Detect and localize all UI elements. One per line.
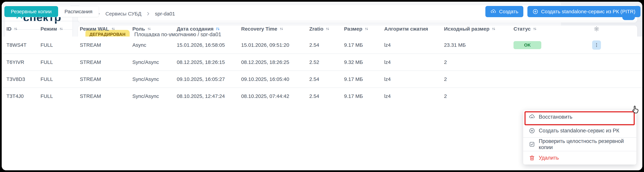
table-row: T3T4J0 FULL STREAM Sync/Async 08.10.2025… [2, 88, 642, 105]
sort-icon [59, 27, 64, 31]
cell-wal: STREAM [80, 42, 132, 48]
menu-item-verify-integrity[interactable]: Проверить целостность резервной копии [523, 137, 636, 151]
cell-mode: FULL [40, 42, 80, 48]
menu-item-restore[interactable]: Восстановить [523, 110, 636, 124]
cell-role: Sync/Async [132, 93, 177, 99]
column-header-wal-mode[interactable]: Режим WAL [80, 26, 132, 32]
plus-circle-icon [529, 128, 535, 134]
column-header-role[interactable]: Роль [132, 26, 177, 32]
cell-zratio: 2.52 [309, 59, 344, 65]
cell-recovery: 08.12.2025, 18:26:25 [241, 59, 309, 65]
cell-zratio: 2.54 [309, 76, 344, 82]
cloud-restore-icon [529, 114, 535, 120]
sort-icon [14, 27, 18, 31]
table-header: ID Режим Режим WAL Роль Дата создания Re… [2, 21, 642, 37]
sort-icon [492, 27, 496, 31]
cell-recovery: 08.10.2025, 07:44:42 [241, 93, 309, 99]
backups-toolbar: Резервные копии Расписания Создать Созда… [4, 6, 640, 17]
plus-circle-icon [532, 9, 538, 15]
segment-backups[interactable]: Резервные копии [4, 6, 58, 17]
column-header-status[interactable]: Статус [514, 26, 551, 32]
cell-id: T3V8D3 [6, 76, 40, 82]
cell-algo: lz4 [384, 76, 444, 82]
sort-icon [326, 27, 330, 31]
sort-icon [279, 27, 284, 31]
cell-id: T8WS4T [6, 42, 40, 48]
status-badge-ok: OK [514, 41, 541, 49]
view-segmented-control: Резервные копии Расписания [4, 6, 99, 17]
cloud-upload-icon [490, 9, 496, 15]
cell-wal: STREAM [80, 93, 132, 99]
cell-created: 08.12.2025, 18:26:15 [177, 59, 241, 65]
table-row: T6YIVR FULL STREAM Sync/Async 08.12.2025… [2, 54, 642, 70]
cell-id: T3T4J0 [6, 93, 40, 99]
cell-recovery: 09.10.2025, 16:05:40 [241, 76, 309, 82]
create-standalone-pitr-button[interactable]: Создать standalone-сервис из РК (PITR) [528, 6, 640, 17]
cell-mode: FULL [40, 59, 80, 65]
table-settings-button[interactable] [551, 26, 642, 32]
cell-mode: FULL [40, 76, 80, 82]
cell-created: 09.10.2025, 16:05:27 [177, 76, 241, 82]
cell-role: Sync/Async [132, 76, 177, 82]
sort-icon [364, 27, 369, 31]
cell-size: 9.17 МБ [344, 93, 384, 99]
mouse-cursor-pointer [631, 105, 640, 114]
row-actions-kebab-button[interactable] [592, 40, 601, 50]
gear-icon [594, 26, 600, 32]
cell-role: Sync/Async [132, 59, 177, 65]
segment-schedules[interactable]: Расписания [58, 6, 99, 17]
cell-algo: lz4 [384, 42, 444, 48]
cell-algo: lz4 [384, 93, 444, 99]
sort-desc-active-icon [216, 27, 220, 31]
column-header-compression: Алгоритм сжатия [384, 26, 444, 32]
row-actions-menu: Восстановить Создать standalone-сервис и… [523, 110, 636, 164]
column-header-mode[interactable]: Режим [40, 26, 80, 32]
cell-mode: FULL [40, 93, 80, 99]
cell-wal: STREAM [80, 76, 132, 82]
cell-recovery: 15.01.2026, 09:51:20 [241, 42, 309, 48]
cell-role: Async [132, 42, 177, 48]
backups-panel: Резервные копии Расписания Создать Созда… [2, 2, 561, 104]
cell-size: 9.32 МБ [344, 59, 384, 65]
cell-algo: lz4 [384, 59, 444, 65]
cell-zratio: 2.54 [309, 93, 344, 99]
menu-item-create-standalone[interactable]: Создать standalone-сервис из РК [523, 124, 636, 137]
cell-orig-size: 2 [444, 76, 514, 82]
cell-created: 15.01.2026, 16:58:05 [177, 42, 241, 48]
column-header-original-size[interactable]: Исходный размер [444, 26, 514, 32]
column-header-size[interactable]: Размер [344, 26, 384, 32]
cell-orig-size: 2 [444, 93, 514, 99]
table-row: T3V8D3 FULL STREAM Sync/Async 09.10.2025… [2, 70, 642, 88]
cell-id: T6YIVR [6, 59, 40, 65]
cell-size: 9.17 МБ [344, 76, 384, 82]
column-header-zratio[interactable]: Zratio [309, 26, 344, 32]
cell-created: 08.10.2025, 12:47:24 [177, 93, 241, 99]
cell-orig-size: 2 [444, 59, 514, 65]
cell-orig-size: 23.31 МБ [444, 42, 514, 48]
table-row: T8WS4T FULL STREAM Async 15.01.2026, 16:… [2, 37, 642, 54]
cell-zratio: 2.54 [309, 42, 344, 48]
column-header-recovery-time[interactable]: Recovery Time [241, 26, 309, 32]
sort-icon [533, 27, 537, 31]
trash-icon [529, 155, 535, 161]
kebab-icon [594, 42, 599, 48]
sort-icon [147, 27, 151, 31]
menu-item-delete[interactable]: Удалить [523, 151, 636, 164]
create-backup-button[interactable]: Создать [485, 6, 523, 17]
cell-size: 9.17 МБ [344, 42, 384, 48]
app-frame: ^ спектр ОБЪЕКТЫ УПРАВЛЕНИЯ Кластеры Узл… [2, 2, 642, 170]
sort-icon [111, 27, 116, 31]
column-header-created[interactable]: Дата создания [177, 26, 241, 32]
cell-wal: STREAM [80, 59, 132, 65]
column-header-id[interactable]: ID [6, 26, 40, 32]
check-square-icon [529, 141, 535, 147]
